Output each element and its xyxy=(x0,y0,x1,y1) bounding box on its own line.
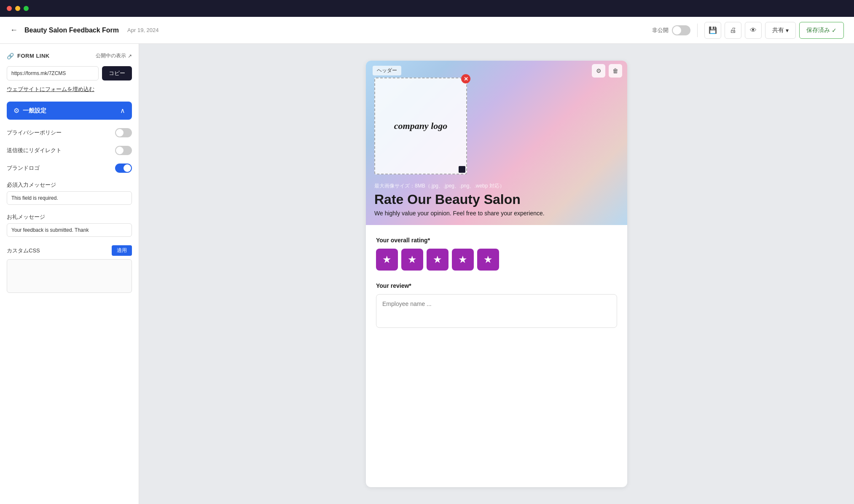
thanks-msg-label: お礼メッセージ xyxy=(7,213,132,221)
thanks-msg-input[interactable] xyxy=(7,223,132,237)
external-link-icon: ↗ xyxy=(128,53,132,59)
brand-logo-toggle[interactable] xyxy=(115,164,132,173)
header-settings-button[interactable]: ⚙ xyxy=(592,64,605,78)
brand-logo-row: ブランドロゴ xyxy=(7,164,132,173)
url-row: コピー xyxy=(7,66,132,80)
header-icon-controls: ⚙ 🗑 xyxy=(592,64,622,78)
close-dot[interactable] xyxy=(7,6,12,11)
preview-icon: 👁 xyxy=(750,27,757,34)
main-layout: 🔗 FORM LINK 公開中の表示 ↗ コピー ウェブサイトにフォームを埋め込… xyxy=(0,44,854,504)
form-main-title: Rate Our Beauty Salon xyxy=(374,191,619,207)
star-4[interactable]: ★ xyxy=(452,249,474,271)
public-view-link[interactable]: 公開中の表示 ↗ xyxy=(96,52,132,59)
header-date: Apr 19, 2024 xyxy=(127,27,158,33)
required-msg-label: 必須入力メッセージ xyxy=(7,181,132,189)
form-link-header: 🔗 FORM LINK 公開中の表示 ↗ xyxy=(7,52,132,59)
share-button[interactable]: 共有 ▾ xyxy=(765,22,796,39)
url-input[interactable] xyxy=(7,66,99,80)
star-5[interactable]: ★ xyxy=(477,249,499,271)
logo-box[interactable]: ✕ company logo xyxy=(374,78,467,174)
public-view-label: 公開中の表示 xyxy=(96,52,126,59)
image-size-hint: 最大画像サイズ：8MB（.jpg、.jpeg、.png、.webp 対応） xyxy=(374,182,619,190)
sidebar: 🔗 FORM LINK 公開中の表示 ↗ コピー ウェブサイトにフォームを埋め込… xyxy=(0,44,139,504)
embed-link[interactable]: ウェブサイトにフォームを埋め込む xyxy=(7,86,132,93)
required-msg-section: 必須入力メッセージ xyxy=(7,181,132,205)
toggle-label: 非公開 xyxy=(652,27,669,34)
back-button[interactable]: ← xyxy=(10,26,18,35)
redirect-toggle[interactable] xyxy=(115,146,132,155)
minimize-dot[interactable] xyxy=(15,6,20,11)
divider xyxy=(697,24,698,37)
form-header-section: ヘッダー ⚙ 🗑 ✕ company logo 最大画像サイズ：8MB（.jpg… xyxy=(366,61,627,225)
saved-button[interactable]: 保存済み ✓ xyxy=(799,22,844,39)
logo-close-button[interactable]: ✕ xyxy=(461,74,470,83)
star-2[interactable]: ★ xyxy=(401,249,423,271)
rating-label: Your overall rating* xyxy=(376,237,617,244)
custom-css-section: カスタムCSS 適用 xyxy=(7,245,132,295)
logo-text: company logo xyxy=(394,121,448,131)
page-title: Beauty Salon Feedback Form xyxy=(24,27,119,34)
saved-label: 保存済み xyxy=(806,27,830,34)
star-3[interactable]: ★ xyxy=(427,249,448,271)
brand-logo-label: ブランドロゴ xyxy=(7,164,115,172)
header-bar: ← Beauty Salon Feedback Form Apr 19, 202… xyxy=(0,17,854,44)
form-subtitle: We highly value your opinion. Feel free … xyxy=(374,210,619,217)
apply-css-button[interactable]: 適用 xyxy=(112,245,132,256)
form-title-overlay: 最大画像サイズ：8MB（.jpg、.jpeg、.png、.webp 対応） Ra… xyxy=(366,177,627,225)
privacy-label: プライバシーポリシー xyxy=(7,129,115,137)
css-textarea[interactable] xyxy=(7,259,132,293)
print-button[interactable]: 🖨 xyxy=(725,22,741,39)
settings-section-title: 一般設定 xyxy=(23,107,46,115)
preview-area: ヘッダー ⚙ 🗑 ✕ company logo 最大画像サイズ：8MB（.jpg… xyxy=(139,44,854,504)
share-label: 共有 xyxy=(772,27,784,34)
share-chevron-icon: ▾ xyxy=(786,27,789,34)
privacy-toggle[interactable] xyxy=(115,128,132,137)
maximize-dot[interactable] xyxy=(24,6,29,11)
header-delete-button[interactable]: 🗑 xyxy=(609,64,622,78)
save-icon-button[interactable]: 💾 xyxy=(704,22,721,39)
gear-icon: ⚙ xyxy=(13,107,19,115)
check-icon: ✓ xyxy=(832,27,837,34)
form-link-title: FORM LINK xyxy=(17,53,50,59)
star-rating-row: ★ ★ ★ ★ ★ xyxy=(376,249,617,271)
required-msg-input[interactable] xyxy=(7,191,132,205)
header-actions: 非公開 💾 🖨 👁 共有 ▾ 保存済み ✓ xyxy=(652,22,844,39)
header-tag: ヘッダー xyxy=(373,66,401,75)
privacy-policy-row: プライバシーポリシー xyxy=(7,128,132,137)
custom-css-header: カスタムCSS 適用 xyxy=(7,245,132,256)
preview-button[interactable]: 👁 xyxy=(745,22,762,39)
settings-chevron-icon: ∧ xyxy=(120,107,125,115)
form-card: ヘッダー ⚙ 🗑 ✕ company logo 最大画像サイズ：8MB（.jpg… xyxy=(366,61,627,487)
publish-toggle[interactable] xyxy=(672,25,690,35)
print-icon: 🖨 xyxy=(730,27,736,34)
review-label: Your review* xyxy=(376,282,617,289)
redirect-label: 送信後にリダイレクト xyxy=(7,147,115,154)
copy-button[interactable]: コピー xyxy=(102,66,132,80)
save-icon: 💾 xyxy=(709,26,717,34)
review-textarea[interactable] xyxy=(376,294,617,328)
thanks-msg-section: お礼メッセージ xyxy=(7,213,132,237)
logo-resize-handle[interactable] xyxy=(459,166,465,173)
star-1[interactable]: ★ xyxy=(376,249,398,271)
titlebar xyxy=(0,0,854,17)
form-body: Your overall rating* ★ ★ ★ ★ ★ Your revi… xyxy=(366,225,627,341)
link-icon: 🔗 xyxy=(7,53,14,59)
redirect-row: 送信後にリダイレクト xyxy=(7,146,132,155)
settings-section[interactable]: ⚙ 一般設定 ∧ xyxy=(7,102,132,120)
custom-css-label: カスタムCSS xyxy=(7,247,40,255)
